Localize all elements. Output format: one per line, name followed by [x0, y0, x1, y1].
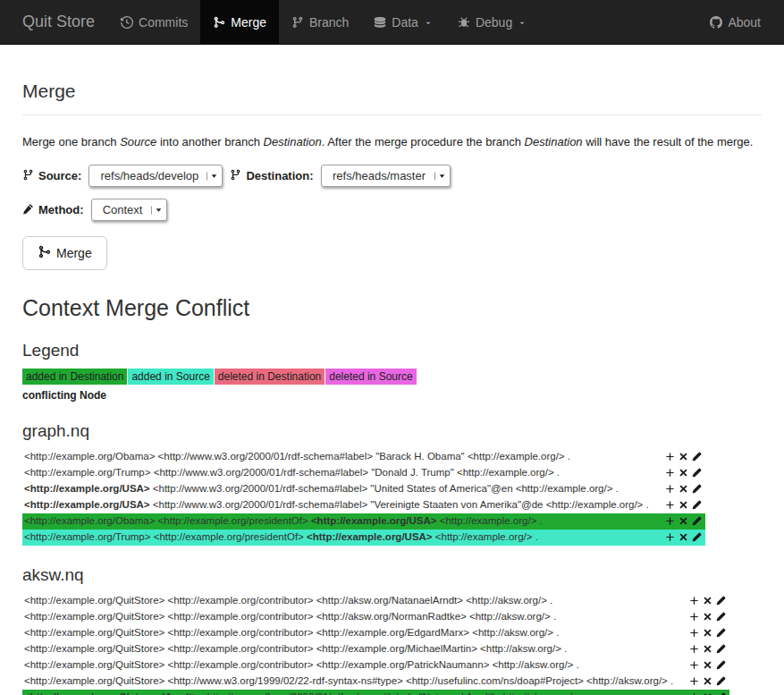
delete-icon[interactable]	[679, 532, 688, 542]
navbar-right: About	[697, 0, 784, 44]
method-select[interactable]: Context	[91, 199, 167, 221]
triple-row: <http://example.org/QuitStore> <http://e…	[22, 593, 729, 609]
nav-label: Data	[392, 15, 418, 30]
page-title: Merge	[22, 81, 762, 115]
triple-text: <http://example.org/NatanaelArndt> <http…	[22, 690, 675, 695]
triple-text: <http://example.org/USA> <http://www.w3.…	[22, 497, 651, 513]
triple-text: <http://example.org/QuitStore> <http://e…	[22, 609, 675, 625]
delete-icon[interactable]	[703, 644, 712, 654]
triple-row: <http://example.org/Trump> <http://www.w…	[22, 465, 705, 481]
nav-label: Commits	[139, 15, 188, 30]
add-icon[interactable]	[689, 660, 699, 670]
nav-item-data[interactable]: Data	[361, 0, 445, 44]
nav-item-merge[interactable]: Merge	[200, 0, 279, 44]
triple-text: <http://example.org/Obama> <http://www.w…	[22, 449, 651, 465]
source-label: Source:	[22, 169, 81, 183]
nav-item-commits[interactable]: Commits	[108, 0, 200, 44]
triple-actions	[675, 657, 729, 674]
edit-icon[interactable]	[716, 676, 726, 686]
git-branch-icon	[291, 16, 304, 29]
edit-icon[interactable]	[716, 660, 726, 670]
history-icon	[121, 16, 133, 29]
method-label: Method:	[22, 203, 84, 217]
delete-icon[interactable]	[703, 628, 712, 638]
triple-row: <http://example.org/QuitStore> <http://e…	[22, 657, 729, 674]
conflict-title: Context Merge Conflict	[22, 295, 762, 321]
git-branch-icon	[22, 169, 34, 183]
nav-label: Debug	[476, 15, 512, 30]
delete-icon[interactable]	[679, 468, 688, 478]
edit-icon[interactable]	[692, 532, 702, 542]
triple-actions	[651, 497, 705, 513]
triple-row: <http://example.org/NatanaelArndt> <http…	[22, 690, 729, 695]
add-icon[interactable]	[689, 644, 699, 654]
triple-text: <http://example.org/QuitStore> <http://e…	[22, 593, 675, 609]
triple-text: <http://example.org/Trump> <http://www.w…	[22, 465, 651, 481]
triple-text: <http://example.org/QuitStore> <http://e…	[22, 657, 675, 674]
navbar: Quit Store Commits Merge Branch Data Deb…	[0, 0, 784, 45]
delete-icon[interactable]	[679, 500, 688, 510]
merge-button[interactable]: Merge	[22, 236, 107, 270]
delete-icon[interactable]	[703, 612, 712, 622]
edit-icon[interactable]	[716, 644, 726, 654]
triple-text: <http://example.org/Obama> <http://examp…	[22, 513, 651, 530]
add-icon[interactable]	[689, 628, 699, 638]
source-select[interactable]: refs/heads/develop	[89, 165, 223, 187]
triple-actions	[675, 609, 729, 625]
destination-select[interactable]: refs/heads/master	[321, 165, 451, 187]
edit-icon[interactable]	[692, 468, 702, 478]
delete-icon[interactable]	[679, 452, 688, 462]
edit-icon[interactable]	[692, 484, 702, 494]
edit-icon[interactable]	[716, 596, 726, 606]
triple-text: <http://example.org/QuitStore> <http://w…	[22, 674, 675, 690]
triple-list-graph: <http://example.org/Obama> <http://www.w…	[22, 449, 705, 546]
triple-actions	[675, 674, 729, 690]
triple-row: <http://example.org/QuitStore> <http://w…	[22, 674, 729, 690]
triple-text: <http://example.org/QuitStore> <http://e…	[22, 625, 675, 641]
nav-item-debug[interactable]: Debug	[445, 0, 539, 44]
delete-icon[interactable]	[679, 516, 688, 526]
nav-item-about[interactable]: About	[697, 0, 773, 44]
delete-icon[interactable]	[703, 596, 712, 606]
triple-actions	[651, 465, 705, 481]
branch-select-row: Source: refs/heads/develop Destination: …	[22, 165, 762, 187]
delete-icon[interactable]	[679, 484, 688, 494]
legend-note: conflicting Node	[22, 389, 762, 402]
triple-row: <http://example.org/Trump> <http://examp…	[22, 530, 705, 546]
triple-row: <http://example.org/QuitStore> <http://e…	[22, 609, 729, 625]
triple-list-aksw: <http://example.org/QuitStore> <http://e…	[22, 593, 729, 695]
triple-row: <http://example.org/QuitStore> <http://e…	[22, 625, 729, 641]
main-content: Merge Merge one branch Source into anoth…	[0, 81, 784, 695]
add-icon[interactable]	[665, 468, 675, 478]
delete-icon[interactable]	[703, 676, 712, 686]
file-title-aksw: aksw.nq	[22, 565, 762, 585]
edit-icon[interactable]	[716, 628, 726, 638]
edit-icon[interactable]	[692, 516, 702, 526]
nav-label: Merge	[231, 15, 266, 30]
add-icon[interactable]	[665, 532, 675, 542]
nav-label: About	[728, 15, 761, 30]
add-icon[interactable]	[665, 516, 675, 526]
triple-actions	[651, 481, 705, 497]
add-icon[interactable]	[689, 676, 699, 686]
edit-icon[interactable]	[716, 612, 726, 622]
nav-label: Branch	[309, 15, 349, 30]
delete-icon[interactable]	[703, 660, 712, 670]
method-select-row: Method: Context	[22, 199, 762, 221]
brand[interactable]: Quit Store	[0, 0, 108, 44]
triple-actions	[675, 593, 729, 609]
nav-item-branch[interactable]: Branch	[279, 0, 361, 44]
edit-icon[interactable]	[692, 452, 702, 462]
legend: added in Destinationadded in Sourcedelet…	[22, 369, 762, 385]
triple-actions	[675, 625, 729, 641]
triple-text: <http://example.org/USA> <http://www.w3.…	[22, 481, 651, 497]
add-icon[interactable]	[689, 612, 699, 622]
add-icon[interactable]	[665, 452, 675, 462]
chevron-down-icon	[518, 17, 527, 28]
triple-row: <http://example.org/Obama> <http://examp…	[22, 513, 705, 530]
add-icon[interactable]	[689, 596, 699, 606]
add-icon[interactable]	[665, 500, 675, 510]
add-icon[interactable]	[665, 484, 675, 494]
bug-icon	[458, 16, 470, 29]
edit-icon[interactable]	[692, 500, 702, 510]
